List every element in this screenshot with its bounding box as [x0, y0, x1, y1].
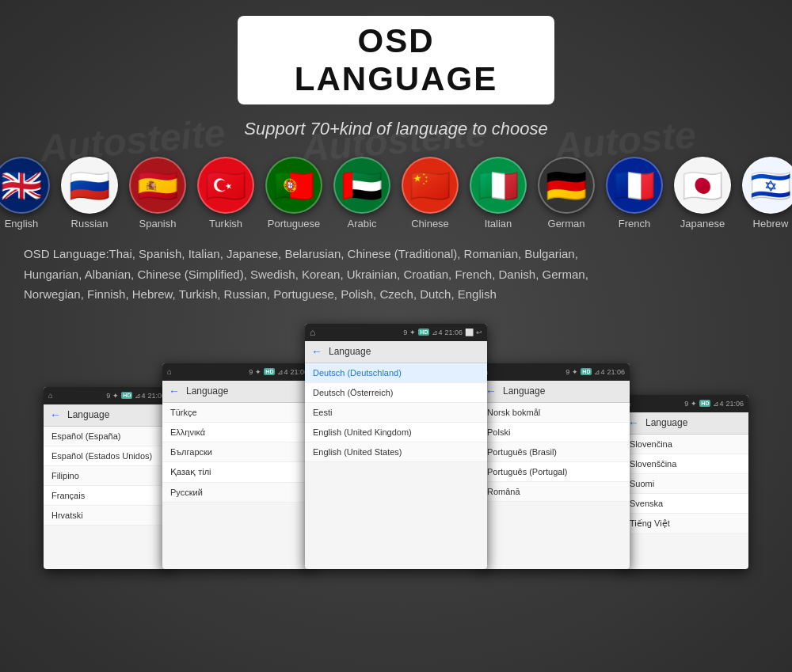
- list-item[interactable]: Ελληνικά: [162, 423, 313, 442]
- screen-5-list: Slovenčina Slovenščina Suomi Svenska Tiế…: [622, 435, 748, 534]
- list-item[interactable]: Русский: [162, 483, 313, 503]
- list-item[interactable]: Eesti: [305, 403, 487, 423]
- list-item[interactable]: Slovenščina: [622, 454, 748, 474]
- list-item[interactable]: Norsk bokmål: [479, 403, 630, 423]
- screen-3-back[interactable]: ←: [311, 345, 322, 358]
- flag-arabic-circle: 🇦🇪: [333, 157, 390, 214]
- flag-hebrew: 🇮🇱 Hebrew: [742, 157, 792, 230]
- screen-1: ⌂ 9✦HD⊿421:06 ← Language Español (España…: [44, 387, 170, 569]
- screen-1-status: 9✦HD⊿421:06: [106, 392, 166, 400]
- flag-chinese: 🇨🇳 Chinese: [402, 157, 459, 230]
- screen-5-back[interactable]: ←: [628, 416, 639, 429]
- screen-4-status: 9✦HD⊿421:06: [565, 368, 625, 376]
- list-item[interactable]: Română: [479, 482, 630, 502]
- screen-2-list: Türkçe Ελληνικά Български Қазақ тілі Рус…: [162, 403, 313, 503]
- screen-4-header: ⌂ 9✦HD⊿421:06: [479, 363, 630, 381]
- list-item[interactable]: Filipino: [44, 466, 170, 486]
- flag-russian: 🇷🇺 Russian: [61, 157, 118, 230]
- screen-4-list: Norsk bokmål Polski Português (Brasil) P…: [479, 403, 630, 502]
- screen-5-title: Language: [645, 417, 687, 428]
- flag-chinese-circle: 🇨🇳: [402, 157, 459, 214]
- flag-turkish: 🇹🇷 Turkish: [197, 157, 254, 230]
- flag-portuguese-circle: 🇵🇹: [265, 157, 322, 214]
- list-item[interactable]: Hrvatski: [44, 506, 170, 526]
- flag-japanese: 🇯🇵 Japanese: [674, 157, 731, 230]
- screen-2: ⌂ 9✦HD⊿421:06 ← Language Türkçe Ελληνικά…: [162, 363, 313, 569]
- flag-hebrew-circle: 🇮🇱: [742, 157, 792, 214]
- flag-english-circle: 🇬🇧: [0, 157, 50, 214]
- flag-french: 🇫🇷 French: [606, 157, 663, 230]
- list-item[interactable]: Svenska: [622, 494, 748, 514]
- screen-2-header: ⌂ 9✦HD⊿421:06: [162, 363, 313, 381]
- screen-3-nav: ← Language: [305, 341, 487, 363]
- flag-chinese-label: Chinese: [411, 218, 449, 230]
- screen-2-back[interactable]: ←: [169, 385, 180, 397]
- flag-german-circle: 🇩🇪: [538, 157, 595, 214]
- flag-portuguese: 🇵🇹 Portuguese: [265, 157, 322, 230]
- list-item[interactable]: Français: [44, 486, 170, 506]
- list-item[interactable]: English (United Kingdom): [305, 423, 487, 442]
- screen-3-title: Language: [329, 346, 371, 357]
- flag-italian: 🇮🇹 Italian: [470, 157, 527, 230]
- screen-3-header: ⌂ 9✦HD⊿421:06⬜↩: [305, 324, 487, 341]
- flag-italian-label: Italian: [485, 218, 512, 230]
- screen-2-title: Language: [186, 385, 228, 397]
- screen-5: ⌂ 9✦HD⊿421:06 ← Language Slovenčina Slov…: [622, 395, 748, 569]
- screenshots-section: ⌂ 9✦HD⊿421:06 ← Language Español (España…: [24, 324, 768, 569]
- title-box: OSD LANGUAGE: [238, 16, 554, 104]
- flag-german: 🇩🇪 German: [538, 157, 595, 230]
- flag-turkish-label: Turkish: [209, 218, 242, 230]
- screen-5-status: 9✦HD⊿421:06: [684, 400, 744, 408]
- flag-japanese-circle: 🇯🇵: [674, 157, 731, 214]
- flag-russian-circle: 🇷🇺: [61, 157, 118, 214]
- list-item[interactable]: Português (Brasil): [479, 442, 630, 462]
- screen-1-nav: ← Language: [44, 404, 170, 427]
- list-item[interactable]: Español (Estados Unidos): [44, 446, 170, 466]
- list-item[interactable]: Suomi: [622, 474, 748, 494]
- flag-arabic: 🇦🇪 Arabic: [333, 157, 390, 230]
- screen-2-home: ⌂: [167, 367, 172, 376]
- language-description: OSD Language:Thai, Spanish, Italian, Jap…: [24, 244, 626, 305]
- list-item[interactable]: Português (Portugal): [479, 462, 630, 482]
- flags-row: 🇬🇧 English 🇷🇺 Russian 🇪🇸 Spanish 🇹🇷 Turk…: [24, 157, 768, 230]
- subtitle: Support 70+kind of language to choose: [24, 119, 768, 139]
- flag-spanish: 🇪🇸 Spanish: [129, 157, 186, 230]
- flag-spanish-label: Spanish: [139, 218, 177, 230]
- flag-russian-label: Russian: [71, 218, 109, 230]
- flag-english-label: English: [5, 218, 39, 230]
- flag-japanese-label: Japanese: [680, 218, 725, 230]
- screen-5-nav: ← Language: [622, 412, 748, 435]
- screen-1-list: Español (España) Español (Estados Unidos…: [44, 427, 170, 526]
- list-item[interactable]: Deutsch (Deutschland): [305, 363, 487, 383]
- screen-1-back[interactable]: ←: [50, 408, 61, 421]
- screen-4-nav: ← Language: [479, 381, 630, 403]
- main-content: OSD LANGUAGE Support 70+kind of language…: [0, 0, 792, 585]
- flag-turkish-circle: 🇹🇷: [197, 157, 254, 214]
- list-item[interactable]: Polski: [479, 423, 630, 442]
- screen-4-title: Language: [503, 385, 545, 397]
- screen-3: ⌂ 9✦HD⊿421:06⬜↩ ← Language Deutsch (Deut…: [305, 324, 487, 569]
- list-item[interactable]: Қазақ тілі: [162, 462, 313, 483]
- flag-german-label: German: [548, 218, 585, 230]
- list-item[interactable]: Deutsch (Österreich): [305, 383, 487, 403]
- list-item[interactable]: Български: [162, 442, 313, 462]
- screen-3-list: Deutsch (Deutschland) Deutsch (Österreic…: [305, 363, 487, 462]
- screen-2-status: 9✦HD⊿421:06: [249, 368, 308, 376]
- flag-italian-circle: 🇮🇹: [470, 157, 527, 214]
- screen-4: ⌂ 9✦HD⊿421:06 ← Language Norsk bokmål Po…: [479, 363, 630, 569]
- flag-spanish-circle: 🇪🇸: [129, 157, 186, 214]
- flag-hebrew-label: Hebrew: [753, 218, 789, 230]
- list-item[interactable]: Español (España): [44, 427, 170, 446]
- list-item[interactable]: Tiếng Việt: [622, 514, 748, 534]
- flag-english: 🇬🇧 English: [0, 157, 50, 230]
- flag-arabic-label: Arabic: [348, 218, 377, 230]
- list-item[interactable]: English (United States): [305, 442, 487, 462]
- screen-5-header: ⌂ 9✦HD⊿421:06: [622, 395, 748, 412]
- screen-2-nav: ← Language: [162, 381, 313, 403]
- screen-1-home: ⌂: [48, 391, 53, 400]
- list-item[interactable]: Slovenčina: [622, 435, 748, 454]
- screen-1-title: Language: [67, 409, 109, 420]
- list-item[interactable]: Türkçe: [162, 403, 313, 423]
- flag-french-label: French: [619, 218, 650, 230]
- screen-4-back[interactable]: ←: [485, 385, 497, 397]
